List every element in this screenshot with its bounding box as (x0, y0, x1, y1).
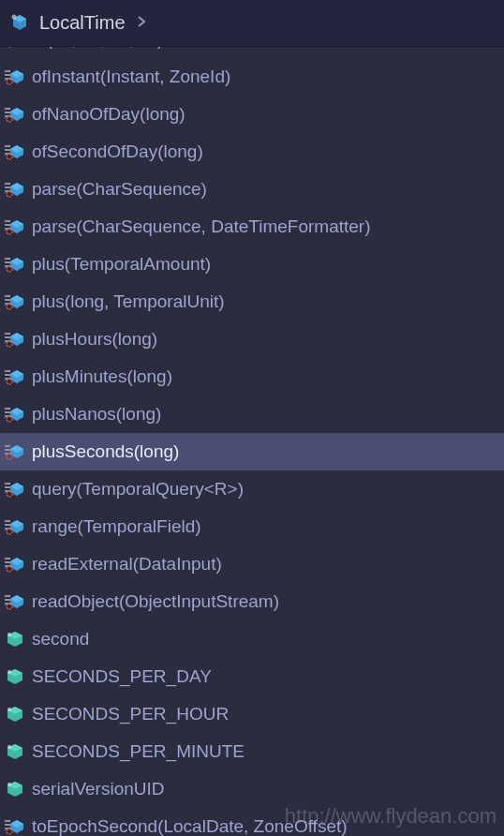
svg-point-68 (7, 745, 11, 749)
svg-point-67 (7, 708, 11, 711)
svg-rect-62 (5, 599, 10, 601)
list-item[interactable]: plus(long, TemporalUnit) (0, 283, 504, 321)
list-item-label: SECONDS_PER_MINUTE (32, 741, 245, 762)
svg-rect-5 (5, 70, 10, 72)
svg-point-66 (7, 670, 11, 674)
list-item[interactable]: toEpochSecond(LocalDate, ZoneOffset) (0, 808, 504, 836)
class-icon (9, 13, 30, 34)
list-item-label: SECONDS_PER_DAY (32, 666, 212, 687)
list-item-label: plusHours(long) (32, 329, 157, 350)
svg-rect-71 (5, 824, 10, 826)
svg-rect-58 (5, 561, 10, 563)
svg-rect-41 (5, 408, 10, 410)
list-item-label: ofNanoOfDay(long) (32, 104, 185, 125)
svg-rect-29 (5, 295, 10, 297)
method-icon (4, 67, 26, 86)
method-icon (4, 817, 26, 836)
svg-rect-61 (5, 595, 10, 597)
list-item-label: second (32, 629, 89, 649)
list-item[interactable]: plusMinutes(long) (0, 358, 504, 396)
field-icon (4, 705, 26, 724)
method-icon (4, 592, 26, 611)
svg-rect-9 (5, 108, 10, 110)
svg-rect-22 (5, 224, 10, 226)
list-item[interactable]: readObject(ObjectInputStream) (0, 583, 504, 620)
svg-rect-70 (5, 820, 10, 822)
field-icon (4, 667, 26, 686)
list-item-label: readObject(ObjectInputStream) (32, 591, 279, 612)
list-item-label: ofInstant(Instant, ZoneId) (32, 67, 230, 87)
svg-rect-38 (5, 374, 10, 376)
method-icon (4, 405, 26, 424)
svg-rect-53 (5, 520, 10, 522)
field-icon (4, 742, 26, 761)
svg-rect-21 (5, 220, 10, 222)
field-icon (4, 630, 26, 649)
svg-point-65 (7, 633, 11, 636)
svg-rect-33 (5, 333, 10, 335)
svg-point-0 (12, 14, 17, 19)
svg-rect-10 (5, 112, 10, 113)
list-item[interactable]: serialVersionUID (0, 770, 504, 808)
list-item-label: plusSeconds(long) (32, 441, 179, 462)
list-item[interactable]: plusHours(long) (0, 321, 504, 358)
list-item-label: plus(long, TemporalUnit) (32, 291, 225, 312)
svg-rect-42 (5, 411, 10, 413)
method-icon (4, 255, 26, 274)
svg-rect-54 (5, 524, 10, 526)
breadcrumb-title[interactable]: LocalTime (39, 12, 126, 34)
list-item-label: serialVersionUID (32, 779, 165, 799)
method-icon (4, 180, 26, 199)
list-item[interactable]: SECONDS_PER_DAY (0, 658, 504, 695)
list-item-label: of(int, int, int, int) (32, 47, 163, 50)
list-item[interactable]: second (0, 620, 504, 658)
svg-rect-26 (5, 261, 10, 263)
method-icon (4, 480, 26, 499)
method-icon (4, 517, 26, 536)
svg-rect-49 (5, 483, 10, 485)
svg-rect-46 (5, 449, 10, 451)
svg-rect-17 (5, 183, 10, 185)
list-item[interactable]: plusNanos(long) (0, 396, 504, 433)
list-item[interactable]: SECONDS_PER_MINUTE (0, 733, 504, 770)
list-item[interactable]: query(TemporalQuery<R>) (0, 470, 504, 508)
list-item-label: parse(CharSequence, DateTimeFormatter) (32, 216, 371, 237)
list-item[interactable]: parse(CharSequence) (0, 171, 504, 208)
svg-rect-37 (5, 370, 10, 372)
list-item-label: plusNanos(long) (32, 404, 161, 425)
svg-rect-57 (5, 558, 10, 560)
list-item-label: plusMinutes(long) (32, 366, 172, 387)
method-icon (4, 217, 26, 236)
list-item-label: parse(CharSequence) (32, 179, 207, 200)
list-item[interactable]: readExternal(DataInput) (0, 545, 504, 583)
list-item[interactable]: of(int, int, int, int) (0, 47, 504, 58)
list-item-label: readExternal(DataInput) (32, 554, 222, 575)
list-item-label: SECONDS_PER_HOUR (32, 704, 229, 724)
list-item[interactable]: plusSeconds(long) (0, 433, 504, 470)
svg-rect-34 (5, 336, 10, 338)
method-icon (4, 367, 26, 386)
list-item[interactable]: ofNanoOfDay(long) (0, 96, 504, 133)
list-item[interactable]: plus(TemporalAmount) (0, 246, 504, 283)
list-item[interactable]: range(TemporalField) (0, 508, 504, 545)
svg-rect-14 (5, 149, 10, 151)
list-item[interactable]: ofInstant(Instant, ZoneId) (0, 58, 504, 96)
list-item-label: query(TemporalQuery<R>) (32, 479, 244, 500)
member-list: of(int, int, int, int) ofInstant(Instant… (0, 47, 504, 836)
list-item[interactable]: parse(CharSequence, DateTimeFormatter) (0, 208, 504, 246)
svg-rect-45 (5, 445, 10, 447)
list-item-label: ofSecondOfDay(long) (32, 142, 203, 162)
breadcrumb-header: LocalTime (0, 0, 504, 47)
method-icon (4, 555, 26, 574)
chevron-right-icon[interactable] (137, 13, 146, 33)
method-icon (4, 292, 26, 311)
method-icon (4, 330, 26, 349)
list-item-label: toEpochSecond(LocalDate, ZoneOffset) (32, 816, 348, 836)
list-item[interactable]: ofSecondOfDay(long) (0, 133, 504, 171)
svg-rect-25 (5, 258, 10, 260)
svg-point-69 (7, 783, 11, 786)
method-icon (4, 47, 26, 49)
svg-rect-30 (5, 299, 10, 301)
svg-rect-50 (5, 486, 10, 488)
list-item[interactable]: SECONDS_PER_HOUR (0, 695, 504, 733)
